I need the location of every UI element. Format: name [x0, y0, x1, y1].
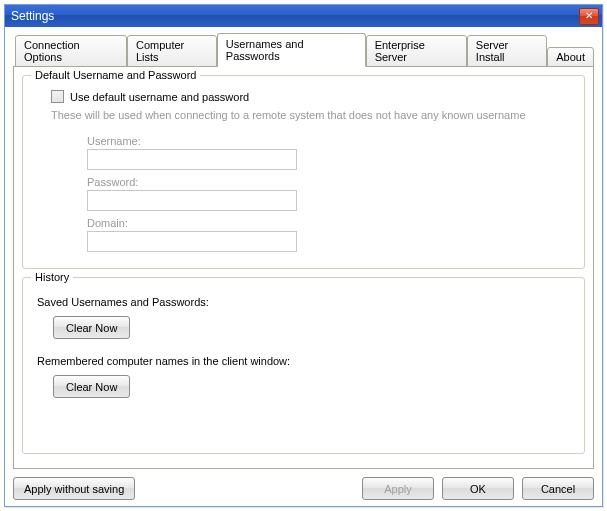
username-field[interactable]	[87, 149, 297, 170]
group-history: History Saved Usernames and Passwords: C…	[22, 277, 585, 454]
saved-creds-label: Saved Usernames and Passwords:	[37, 296, 572, 308]
tab-computer-lists[interactable]: Computer Lists	[127, 35, 217, 67]
remembered-names-label: Remembered computer names in the client …	[37, 355, 572, 367]
group-default-legend: Default Username and Password	[31, 69, 200, 81]
use-default-row: Use default username and password	[51, 90, 574, 103]
password-label: Password:	[87, 176, 574, 188]
password-field[interactable]	[87, 190, 297, 211]
tab-strip: Connection Options Computer Lists Userna…	[13, 33, 594, 67]
group-history-legend: History	[31, 271, 73, 283]
use-default-checkbox[interactable]	[51, 90, 64, 103]
clear-saved-button[interactable]: Clear Now	[53, 316, 130, 339]
username-label: Username:	[87, 135, 574, 147]
close-button[interactable]: ✕	[579, 8, 599, 25]
credentials-form: Username: Password: Domain:	[87, 135, 574, 252]
apply-button[interactable]: Apply	[362, 477, 434, 500]
ok-button[interactable]: OK	[442, 477, 514, 500]
tab-page: Default Username and Password Use defaul…	[13, 66, 594, 469]
domain-field[interactable]	[87, 231, 297, 252]
tab-enterprise-server[interactable]: Enterprise Server	[366, 35, 467, 67]
titlebar: Settings ✕	[5, 5, 602, 27]
dialog-footer: Apply without saving Apply OK Cancel	[5, 473, 602, 506]
clear-remembered-button[interactable]: Clear Now	[53, 375, 130, 398]
group-default-credentials: Default Username and Password Use defaul…	[22, 75, 585, 269]
cancel-button[interactable]: Cancel	[522, 477, 594, 500]
domain-label: Domain:	[87, 217, 574, 229]
window-title: Settings	[11, 9, 579, 23]
tab-about[interactable]: About	[547, 47, 594, 67]
use-default-label: Use default username and password	[70, 91, 249, 103]
client-area: Connection Options Computer Lists Userna…	[5, 27, 602, 473]
settings-window: Settings ✕ Connection Options Computer L…	[4, 4, 603, 507]
tab-usernames-passwords[interactable]: Usernames and Passwords	[217, 33, 366, 67]
tab-connection-options[interactable]: Connection Options	[15, 35, 127, 67]
apply-without-saving-button[interactable]: Apply without saving	[13, 477, 135, 500]
default-hint-text: These will be used when connecting to a …	[51, 109, 574, 121]
tab-server-install[interactable]: Server Install	[467, 35, 547, 67]
